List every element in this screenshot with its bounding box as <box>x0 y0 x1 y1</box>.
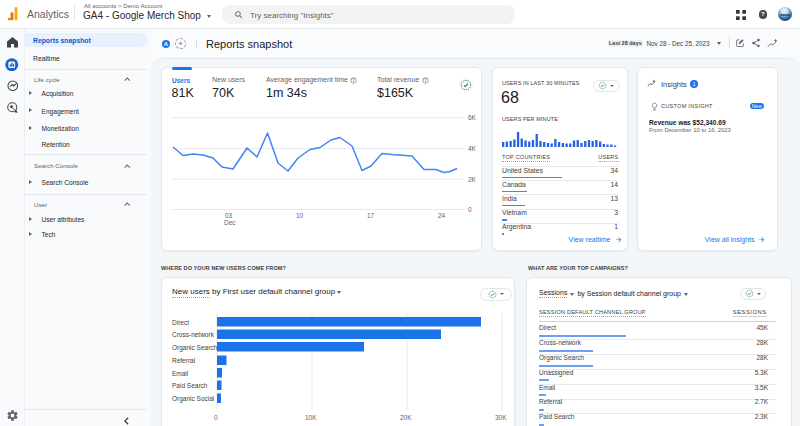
svg-text:10K: 10K <box>305 414 317 421</box>
svg-text:03: 03 <box>225 212 233 219</box>
svg-text:30K: 30K <box>495 414 507 421</box>
svg-text:4K: 4K <box>468 145 477 152</box>
svg-text:24: 24 <box>438 212 446 219</box>
svg-text:0: 0 <box>214 414 218 421</box>
svg-text:6K: 6K <box>468 114 477 121</box>
svg-text:Organic Search: Organic Search <box>172 344 218 352</box>
svg-text:0: 0 <box>468 206 472 213</box>
svg-text:Paid Search: Paid Search <box>172 382 208 389</box>
svg-text:20K: 20K <box>400 414 412 421</box>
svg-text:Cross-network: Cross-network <box>172 331 215 338</box>
svg-text:17: 17 <box>367 212 375 219</box>
svg-text:10: 10 <box>296 212 304 219</box>
svg-text:Referral: Referral <box>172 357 196 364</box>
svg-text:Email: Email <box>172 370 189 377</box>
svg-text:2K: 2K <box>468 176 477 183</box>
svg-text:Direct: Direct <box>172 319 189 326</box>
svg-text:Organic Social: Organic Social <box>172 395 215 403</box>
svg-text:Dec: Dec <box>224 219 236 226</box>
